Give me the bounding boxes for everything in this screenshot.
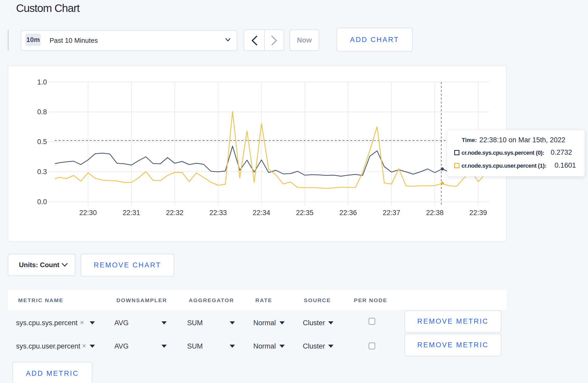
- svg-text:22:32: 22:32: [166, 209, 184, 217]
- svg-text:22:35: 22:35: [296, 209, 314, 217]
- svg-text:22:37: 22:37: [383, 209, 400, 217]
- svg-text:22:34: 22:34: [253, 209, 270, 217]
- svg-text:22:31: 22:31: [123, 209, 140, 217]
- svg-text:0.5: 0.5: [37, 138, 47, 146]
- svg-text:0.8: 0.8: [37, 108, 47, 116]
- svg-text:1.0: 1.0: [37, 78, 47, 86]
- svg-text:22:38: 22:38: [426, 209, 444, 217]
- svg-text:22:36: 22:36: [339, 209, 357, 217]
- svg-text:0.3: 0.3: [37, 168, 47, 176]
- svg-text:22:33: 22:33: [209, 209, 227, 217]
- svg-text:22:30: 22:30: [79, 209, 97, 217]
- svg-text:0.0: 0.0: [37, 198, 47, 206]
- svg-text:22:39: 22:39: [470, 209, 487, 217]
